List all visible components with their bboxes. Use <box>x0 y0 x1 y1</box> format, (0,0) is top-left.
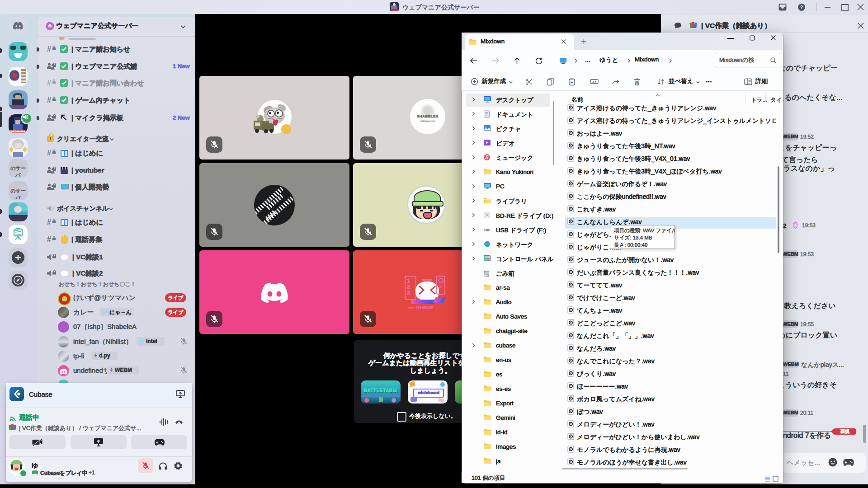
svg-text:#: # <box>47 79 51 87</box>
svg-text:?: ? <box>800 5 803 10</box>
svg-text:#: # <box>47 45 51 53</box>
svg-text:A: A <box>592 80 594 84</box>
svg-text:#: # <box>47 96 51 104</box>
svg-text:#: # <box>47 149 51 157</box>
svg-text:#: # <box>47 235 51 243</box>
svg-text:#: # <box>47 218 51 226</box>
